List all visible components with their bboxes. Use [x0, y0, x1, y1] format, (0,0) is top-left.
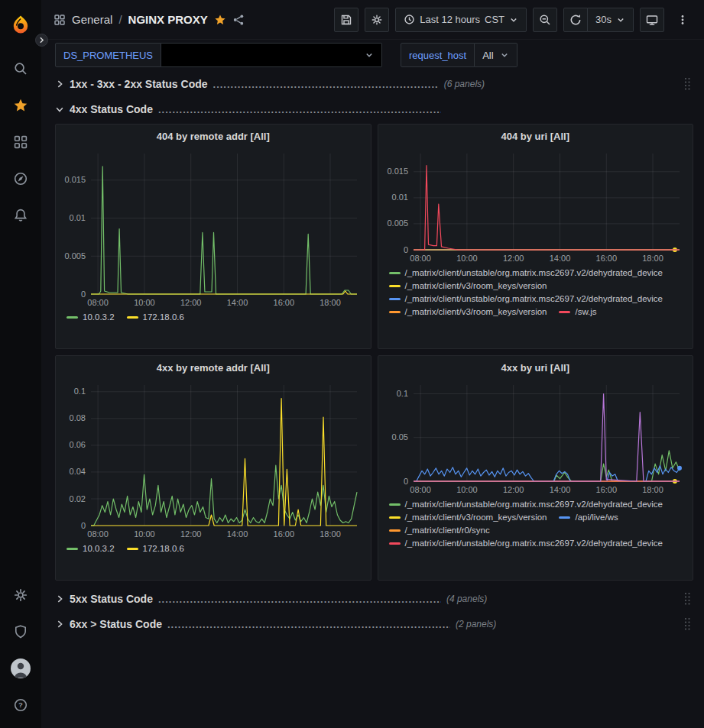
legend-item[interactable]: /_matrix/client/v3/room_keys/version — [389, 307, 547, 316]
sidebar-expand-button[interactable] — [35, 34, 48, 47]
zoom-out-button[interactable] — [533, 8, 557, 32]
sidebar-item-alerting[interactable] — [4, 200, 37, 231]
tv-mode-button[interactable] — [640, 8, 664, 32]
svg-text:0.06: 0.06 — [70, 440, 86, 449]
timeseries-chart[interactable]: 00.0050.010.01508:0010:0012:0014:0016:00… — [60, 146, 366, 309]
variable-datasource-label[interactable]: DS_PROMETHEUS — [55, 43, 161, 67]
legend-item[interactable]: 10.0.3.2 — [67, 312, 115, 322]
sidebar-item-configuration[interactable] — [4, 580, 37, 610]
legend-swatch — [559, 311, 570, 313]
sidebar-item-help[interactable]: ? — [4, 690, 37, 720]
sidebar-item-server-admin[interactable] — [4, 616, 37, 647]
svg-text:12:00: 12:00 — [502, 254, 524, 263]
panel-4xx-by-remote-addr: 4xx by remote addr [All] 00.020.040.060.… — [55, 355, 371, 581]
variable-datasource-select[interactable] — [161, 43, 382, 67]
legend-label: /_matrix/client/v3/room_keys/version — [405, 281, 547, 290]
svg-text:0.005: 0.005 — [64, 251, 86, 260]
compass-icon — [13, 171, 28, 186]
breadcrumb-section[interactable]: General — [72, 13, 112, 26]
panel-title[interactable]: 404 by remote addr [All] — [60, 126, 366, 146]
row-title-dots: ........................................… — [213, 79, 439, 90]
chart-plot[interactable]: 00.0050.010.01508:0010:0012:0014:0016:00… — [383, 146, 689, 265]
dashboards-grid-icon — [13, 134, 28, 150]
legend-swatch — [389, 529, 401, 532]
legend-item[interactable]: /_matrix/client/unstable/org.matrix.msc2… — [389, 268, 663, 277]
row-header-5xx[interactable]: 5xx Status Code ........................… — [55, 588, 693, 610]
row-drag-handle[interactable] — [683, 76, 692, 91]
sidebar-item-dashboards[interactable] — [4, 127, 37, 157]
svg-text:08:00: 08:00 — [410, 485, 431, 494]
legend-item[interactable]: /_matrix/client/unstable/org.matrix.msc2… — [389, 294, 663, 303]
svg-text:0.01: 0.01 — [70, 213, 86, 222]
sidebar-item-profile[interactable] — [4, 653, 37, 684]
apps-grid-icon — [54, 14, 66, 26]
row-title-dots: ........................................… — [158, 104, 441, 115]
row-header-6xx[interactable]: 6xx > Status Code ......................… — [55, 613, 693, 635]
panel-title[interactable]: 4xx by remote addr [All] — [60, 358, 366, 377]
timezone-label: CST — [485, 14, 504, 25]
panel-legend: 10.0.3.2172.18.0.6 — [60, 541, 366, 577]
refresh-button[interactable] — [563, 8, 588, 32]
variable-datasource: DS_PROMETHEUS — [55, 43, 382, 67]
svg-text:08:00: 08:00 — [87, 529, 109, 539]
panel-title[interactable]: 404 by uri [All] — [383, 126, 689, 146]
timeseries-chart[interactable]: 00.0050.010.01508:0010:0012:0014:0016:00… — [383, 146, 689, 265]
svg-text:0.01: 0.01 — [391, 193, 407, 202]
kebab-dots-icon — [676, 14, 689, 26]
svg-text:0: 0 — [403, 245, 407, 254]
variables-bar: DS_PROMETHEUS request_host All — [41, 40, 704, 70]
timeseries-chart[interactable]: 00.020.040.060.080.108:0010:0012:0014:00… — [60, 377, 366, 541]
breadcrumb-dashboard-title[interactable]: NGINX PROXY — [128, 13, 208, 26]
svg-text:18:00: 18:00 — [642, 485, 663, 494]
legend-label: /_matrix/client/r0/sync — [405, 526, 490, 535]
sidebar-item-starred[interactable] — [4, 90, 37, 121]
legend-item[interactable]: /sw.js — [559, 307, 596, 316]
svg-text:0.015: 0.015 — [387, 167, 408, 176]
row-drag-handle[interactable] — [683, 591, 692, 606]
svg-text:0.015: 0.015 — [64, 175, 86, 184]
legend-item[interactable]: /_matrix/client/v3/room_keys/version — [389, 513, 547, 522]
svg-text:0.04: 0.04 — [70, 467, 86, 476]
legend-item[interactable]: /_matrix/client/v3/room_keys/version — [389, 281, 547, 290]
legend-label: /_matrix/client/unstable/org.matrix.msc2… — [405, 500, 663, 509]
legend-item[interactable]: 172.18.0.6 — [127, 544, 184, 553]
legend-swatch — [389, 516, 401, 519]
svg-text:0.1: 0.1 — [74, 387, 86, 396]
variable-request-host-select[interactable]: All — [475, 43, 517, 67]
kebab-menu-button[interactable] — [670, 8, 695, 32]
chart-plot[interactable]: 00.0050.010.01508:0010:0012:0014:0016:00… — [60, 146, 366, 309]
dashboard-settings-button[interactable] — [365, 8, 389, 32]
row-header-1xx-3xx-2xx[interactable]: 1xx - 3xx - 2xx Status Code ............… — [55, 73, 693, 95]
favorite-star-icon[interactable] — [214, 14, 226, 26]
avatar — [11, 658, 31, 678]
variable-request-host: request_host All — [401, 43, 517, 67]
variable-request-host-label[interactable]: request_host — [401, 43, 475, 67]
chart-plot[interactable]: 00.050.108:0010:0012:0014:0016:0018:00 — [383, 377, 689, 497]
legend-swatch — [389, 542, 401, 545]
timeseries-chart[interactable]: 00.050.108:0010:0012:0014:0016:0018:00 — [383, 377, 689, 497]
row-drag-handle[interactable] — [683, 616, 692, 631]
panel-title[interactable]: 4xx by uri [All] — [383, 358, 689, 377]
share-icon[interactable] — [232, 14, 245, 26]
svg-text:10:00: 10:00 — [134, 298, 155, 307]
refresh-interval-select[interactable]: 30s — [588, 8, 634, 32]
legend-item[interactable]: /_matrix/client/unstable/org.matrix.msc2… — [389, 539, 663, 548]
sidebar-item-search[interactable] — [4, 53, 37, 84]
sidebar-item-explore[interactable] — [4, 163, 37, 194]
row-header-4xx[interactable]: 4xx Status Code ........................… — [55, 99, 693, 120]
svg-text:0: 0 — [403, 477, 407, 486]
main-area: General / NGINX PROXY — [41, 0, 704, 728]
legend-item[interactable]: 10.0.3.2 — [67, 544, 115, 553]
legend-item[interactable]: 172.18.0.6 — [127, 312, 184, 322]
legend-item[interactable]: /api/live/ws — [559, 513, 618, 522]
row-panel-count: (4 panels) — [446, 594, 487, 604]
svg-text:16:00: 16:00 — [595, 254, 617, 263]
time-range-picker[interactable]: Last 12 hours CST — [395, 8, 527, 32]
chart-plot[interactable]: 00.020.040.060.080.108:0010:0012:0014:00… — [60, 377, 366, 541]
bell-icon — [13, 208, 28, 223]
legend-item[interactable]: /_matrix/client/r0/sync — [389, 526, 490, 535]
grafana-logo[interactable] — [4, 9, 37, 40]
legend-item[interactable]: /_matrix/client/unstable/org.matrix.msc2… — [389, 500, 663, 509]
save-dashboard-button[interactable] — [334, 8, 358, 32]
gear-icon — [13, 587, 28, 603]
